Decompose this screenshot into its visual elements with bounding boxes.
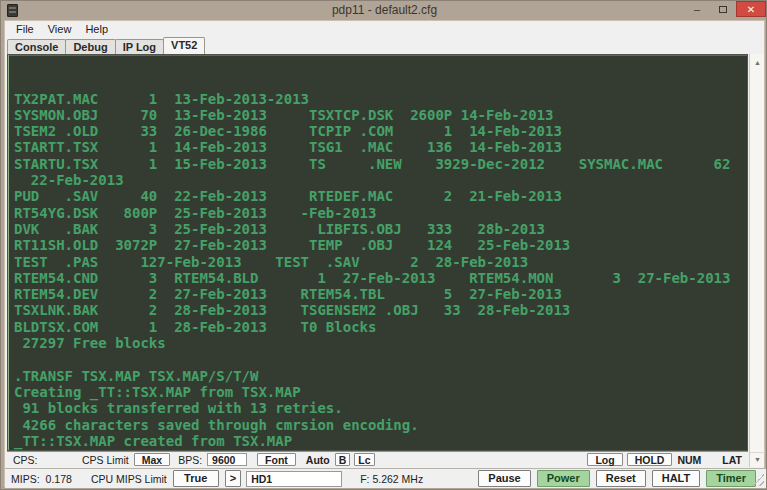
frequency-label: F: 5.262 MHz [360, 473, 423, 485]
tab-vt52[interactable]: VT52 [163, 37, 205, 54]
cps-max-button[interactable]: Max [134, 453, 170, 466]
terminal-line: 91 blocks transferred with 13 retries. [14, 400, 747, 416]
hold-toggle[interactable]: HOLD [627, 453, 673, 466]
pause-button[interactable]: Pause [478, 470, 530, 487]
menu-view[interactable]: View [42, 22, 78, 36]
cps-label: CPS: [13, 454, 65, 466]
lat-indicator: LAT [722, 454, 742, 466]
scroll-down-icon[interactable]: ▼ [750, 452, 765, 466]
bps-value-field[interactable]: 9600 [207, 453, 247, 466]
terminal-line: RTEM54.CND 3 RTEM54.BLD 1 27-Feb-2013 RT… [14, 270, 747, 286]
maximize-icon [719, 6, 727, 13]
num-indicator: NUM [677, 454, 701, 466]
power-button[interactable]: Power [537, 470, 590, 487]
timer-button[interactable]: Timer [706, 470, 756, 487]
terminal-line: STARTU.TSX 1 15-Feb-2013 TS .NEW 3929-De… [14, 156, 747, 172]
terminal-line: BLDTSX.COM 1 28-Feb-2013 T0 Blocks [14, 319, 747, 335]
cpu-limit-true-button[interactable]: True [173, 470, 219, 487]
device-field[interactable]: HD1 [246, 471, 342, 487]
terminal-line: 4266 characters saved through cmrsion en… [14, 417, 747, 433]
tab-console[interactable]: Console [7, 39, 66, 54]
terminal-line: SYSMON.OBJ 70 13-Feb-2013 TSXTCP.DSK 260… [14, 107, 747, 123]
minimize-icon: – [694, 3, 700, 15]
terminal-line: TSEM2 .OLD 33 26-Dec-1986 TCPIP .COM 1 1… [14, 123, 747, 139]
bold-toggle[interactable]: B [335, 453, 351, 466]
terminal-line: 27297 Free blocks [14, 335, 747, 351]
pdp11-emulator-window: pdp11 - default2.cfg – ✕ File View Help … [0, 0, 767, 490]
terminal-line: DVK .BAK 3 25-Feb-2013 LIBFIS.OBJ 333 28… [14, 221, 747, 237]
terminal-line: RTEM54.DEV 2 27-Feb-2013 RTEM54.TBL 5 27… [14, 286, 747, 302]
halt-button[interactable]: HALT [652, 470, 701, 487]
lowercase-toggle[interactable]: Lc [354, 453, 374, 466]
terminal-line [14, 351, 747, 367]
close-icon: ✕ [747, 4, 755, 15]
resize-grip[interactable] [752, 474, 764, 486]
window-controls: – ✕ [684, 1, 766, 20]
terminal-status-bar: CPS: CPS Limit Max BPS: 9600 Font Auto B… [7, 451, 748, 467]
mips-label: MIPS: [11, 473, 40, 485]
terminal-line: .TRANSF TSX.MAP TSX.MAP/S/T/W [14, 368, 747, 384]
terminal-line: PUD .SAV 40 22-Feb-2013 RTEDEF.MAC 2 21-… [14, 188, 747, 204]
terminal-scrollbar[interactable]: ▲ ▼ [749, 54, 764, 467]
terminal-line: _TT::TSX.MAP created from TSX.MAP [14, 433, 747, 449]
reset-button[interactable]: Reset [596, 470, 646, 487]
terminal-line: 22-Feb-2013 [14, 172, 747, 188]
cpu-mips-limit-label: CPU MIPS Limit [91, 473, 167, 485]
vt52-terminal-screen[interactable]: TX2PAT.MAC 1 13-Feb-2013-2013SYSMON.OBJ … [7, 54, 748, 451]
tab-debug[interactable]: Debug [65, 39, 115, 54]
menu-file[interactable]: File [10, 22, 40, 36]
maximize-button[interactable] [710, 1, 736, 17]
mips-value: 0.178 [46, 473, 72, 485]
terminal-line: Creating _TT::TSX.MAP from TSX.MAP [14, 384, 747, 400]
minimize-button[interactable]: – [684, 1, 710, 17]
client-area: File View Help Console Debug IP Log VT52… [4, 20, 765, 487]
cpu-control-bar: MIPS: 0.178 CPU MIPS Limit True > HD1 F:… [5, 468, 766, 488]
tabbar: Console Debug IP Log VT52 [7, 37, 204, 54]
terminal-line: TEST .PAS 127-Feb-2013 TEST .SAV 2 28-Fe… [14, 254, 747, 270]
cps-limit-label: CPS Limit [82, 454, 129, 466]
terminal-line: TX2PAT.MAC 1 13-Feb-2013-2013 [14, 91, 747, 107]
device-expand-button[interactable]: > [225, 470, 241, 487]
titlebar[interactable]: pdp11 - default2.cfg – ✕ [1, 1, 767, 20]
auto-toggle[interactable]: Auto [306, 454, 330, 466]
menubar: File View Help [5, 21, 764, 37]
close-button[interactable]: ✕ [736, 1, 766, 17]
font-button[interactable]: Font [257, 453, 296, 466]
menu-help[interactable]: Help [79, 22, 114, 36]
terminal-line: STARTT.TSX 1 14-Feb-2013 TSG1 .MAC 136 1… [14, 139, 747, 155]
log-button[interactable]: Log [587, 453, 622, 466]
bps-label: BPS: [178, 454, 202, 466]
terminal-line: TSXLNK.BAK 2 28-Feb-2013 TSGENSEM2 .OBJ … [14, 302, 747, 318]
terminal-line: RT11SH.OLD 3072P 27-Feb-2013 TEMP .OBJ 1… [14, 237, 747, 253]
terminal-lines: TX2PAT.MAC 1 13-Feb-2013-2013SYSMON.OBJ … [14, 91, 747, 451]
tab-iplog[interactable]: IP Log [115, 39, 164, 54]
terminal-line: RT54YG.DSK 800P 25-Feb-2013 -Feb-2013 [14, 205, 747, 221]
window-title: pdp11 - default2.cfg [1, 3, 767, 17]
scroll-up-icon[interactable]: ▲ [750, 55, 765, 69]
